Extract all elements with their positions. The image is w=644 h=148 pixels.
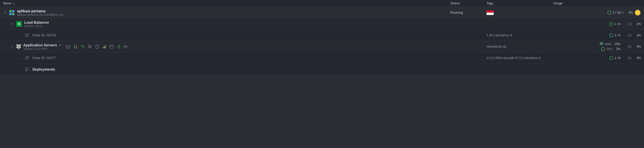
svg-rect-15 xyxy=(104,46,105,48)
app-grid-icon xyxy=(9,10,15,16)
appserver-disk-icon xyxy=(628,45,632,49)
col-name: Name ▲ xyxy=(3,2,450,5)
toolbar-file[interactable] xyxy=(94,44,100,50)
svg-point-32 xyxy=(630,46,631,47)
cpu-usage-text: 2 / 10 xyxy=(613,11,620,14)
app-primary-name: aplikasi-pertama xyxy=(17,9,64,13)
toolbar-restart[interactable] xyxy=(80,44,85,50)
svg-point-8 xyxy=(630,35,631,35)
row-node-50277: › Node ID: 50277 11.0.0-M24-openjdk-22.0… xyxy=(0,52,644,64)
chevron-lb[interactable]: ▾ xyxy=(10,22,14,26)
server-table: Name ▲ Status Tags Usage ▾ aplikasi-pert… xyxy=(0,0,644,75)
lb-cpu-group: 1 / 4 xyxy=(609,22,620,26)
node50278-disk-pct: 1% xyxy=(633,34,641,37)
usage-cell-aplikasi: 2 / 10 xyxy=(553,10,620,15)
svg-point-35 xyxy=(630,57,631,58)
flag-indonesia xyxy=(486,10,494,15)
lb-disk: 1% xyxy=(620,22,641,26)
name-cell-node50277: › Node ID: 50277 xyxy=(3,55,450,61)
cpu-hex-icon xyxy=(607,10,612,15)
name-cell-lb: ▾ N Load Balancer NGINX 1.26.2 xyxy=(3,20,450,28)
appserver-sublabel: Tomcat 11.0.0-M24 xyxy=(23,47,62,50)
app-secondary-name: aplikasi-pertama.user.cloudjkt01.com xyxy=(17,13,64,16)
toolbar-refresh[interactable] xyxy=(116,44,121,50)
toolbar-colorwheel[interactable] xyxy=(73,44,78,50)
node50277-disk-pct: 2% xyxy=(633,56,641,60)
svg-point-21 xyxy=(125,46,126,47)
lb-disk-pct: 1% xyxy=(633,22,641,26)
node50277-usage: 1 / 6 xyxy=(553,56,620,60)
name-cell-deployments: › Deployments xyxy=(3,66,450,72)
appserver-cpu-row: CPU 1% xyxy=(601,47,620,51)
svg-point-13 xyxy=(89,46,90,47)
appserver-label: Application Servers xyxy=(23,43,57,47)
status-running: Running xyxy=(450,11,463,14)
col-tags: Tags xyxy=(486,2,553,5)
node-50277-label: Node ID: 50277 xyxy=(32,56,56,60)
status-cell-aplikasi: Running xyxy=(450,11,486,14)
svg-marker-3 xyxy=(610,22,613,26)
svg-rect-16 xyxy=(105,45,106,48)
lb-disk-icon xyxy=(628,22,632,26)
toolbar-settings-dropdown[interactable]: ▾ xyxy=(123,44,129,50)
chevron-node50278[interactable]: › xyxy=(19,34,22,37)
toolbar-config[interactable] xyxy=(87,44,93,50)
deployments-label: Deployments xyxy=(32,67,55,71)
app-name-text: aplikasi-pertama aplikasi-pertama.user.c… xyxy=(17,9,64,16)
lb-usage: 1 / 4 xyxy=(553,22,620,26)
appserver-usage: RAM 15% CPU 1% xyxy=(553,42,620,51)
svg-marker-30 xyxy=(601,47,604,51)
toolbar-terminal[interactable] xyxy=(65,44,71,50)
node50278-disk: 1% xyxy=(620,33,641,37)
appserver-tag-text: HelloWorld.zip xyxy=(486,45,506,48)
row-deployments: › Deployments xyxy=(0,64,644,75)
chevron-appserver[interactable]: ▾ xyxy=(10,45,14,48)
svg-rect-9 xyxy=(66,45,70,48)
chevron-node50277[interactable]: › xyxy=(19,56,22,60)
cpu-pct: 1% xyxy=(616,47,620,51)
node50278-tags: 1.26.2-almalinux-9 xyxy=(486,34,553,37)
lb-sublabel: NGINX 1.26.2 xyxy=(24,24,49,28)
node-grid-icon xyxy=(24,32,30,38)
col-usage-extra xyxy=(620,2,641,5)
row-application-servers: ▾ 🐺 Application Servers ✏ Tomcat 11.0.0-… xyxy=(0,41,644,52)
toolbar-console[interactable] xyxy=(109,44,114,50)
disk-usage-cell-aplikasi: 2% 🪙 xyxy=(620,10,641,16)
ram-pct: 15% xyxy=(614,42,620,46)
svg-point-12 xyxy=(75,46,76,47)
node50277-tag-text: 11.0.0-M24-openjdk-22.0.2-almalinux-9 xyxy=(486,56,540,60)
col-status: Status xyxy=(450,2,486,5)
name-cell-aplikasi-pertama: ▾ aplikasi-pertama aplikasi-pertama.user… xyxy=(3,9,450,16)
tags-cell-aplikasi xyxy=(486,10,553,15)
svg-rect-14 xyxy=(103,47,103,48)
lb-hex-icon xyxy=(609,22,613,26)
svg-point-2 xyxy=(622,12,623,13)
cpu-usage-group: 2 / 10 xyxy=(607,10,620,15)
toolbar-stats[interactable] xyxy=(101,44,107,50)
node50278-cpu-text: 1 / 4 xyxy=(614,34,620,37)
chevron-aplikasi-pertama[interactable]: ▾ xyxy=(3,11,7,14)
ram-label: RAM xyxy=(605,43,613,46)
appserver-ram-row: RAM 15% xyxy=(600,42,620,46)
name-cell-node50278: › Node ID: 50278 xyxy=(3,32,450,38)
nginx-icon: N xyxy=(16,21,22,27)
tomcat-icon: 🐺 xyxy=(15,44,22,50)
disk-icon xyxy=(620,11,624,15)
node50277-cpu-group: 1 / 6 xyxy=(609,56,620,60)
appserver-disk: 2% xyxy=(620,45,641,49)
col-usage: Usage xyxy=(553,2,620,5)
row-aplikasi-pertama: ▾ aplikasi-pertama aplikasi-pertama.user… xyxy=(0,7,644,18)
node50277-disk: 2% xyxy=(620,56,641,60)
row-node-50278: › Node ID: 50278 1.26.2-almalinux-9 xyxy=(0,30,644,41)
appserver-tags: HelloWorld.zip xyxy=(486,45,553,48)
node50277-tags: 11.0.0-M24-openjdk-22.0.2-almalinux-9 xyxy=(486,56,553,60)
chevron-deployments[interactable]: › xyxy=(19,68,22,71)
node50277-hex-icon xyxy=(609,56,613,60)
ram-icon xyxy=(600,42,603,46)
appserver-cpu-hex xyxy=(601,47,605,51)
node-grid-icon-50277 xyxy=(24,55,30,61)
appserver-name-text: Application Servers ✏ Tomcat 11.0.0-M24 xyxy=(23,43,62,50)
deployments-icon xyxy=(24,66,30,72)
edit-icon[interactable]: ✏ xyxy=(59,43,62,47)
svg-point-19 xyxy=(110,45,110,46)
